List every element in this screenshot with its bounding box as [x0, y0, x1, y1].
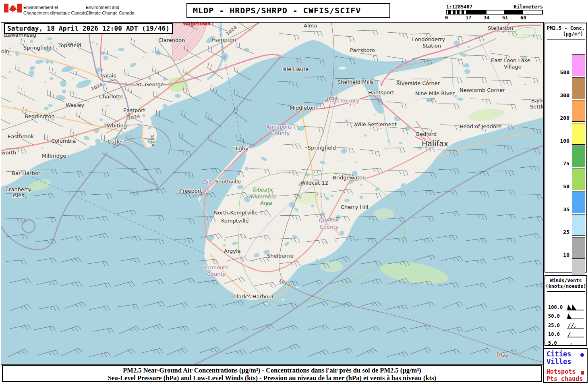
- map-label: Newcomb Corner: [460, 87, 505, 93]
- pm25-swatch-100: [572, 123, 585, 145]
- map-label: Cutler: [108, 139, 124, 145]
- map-label: Alma: [304, 23, 317, 29]
- map-label: Isles: [12, 192, 24, 198]
- map-label: Calais: [100, 73, 116, 79]
- map-label: Cherry Hill: [341, 204, 368, 210]
- map-label: Station: [422, 43, 441, 49]
- map-label: County: [271, 130, 290, 136]
- map-label: Hampton: [212, 37, 236, 43]
- pm25-threshold-value: 200: [545, 115, 569, 121]
- scale-ratio: 1:1285407: [446, 4, 472, 10]
- wind-barb-pennant-1-icon: [566, 313, 585, 320]
- isobar-value-label: 1024: [325, 96, 338, 102]
- pm25-swatch-75: [572, 146, 585, 167]
- pm25-threshold-value: 25: [545, 229, 569, 235]
- scale-bar-graphic: [446, 10, 543, 15]
- pm25-swatch-50: [572, 169, 585, 190]
- wind-barb-pennant-2-icon: [566, 304, 585, 311]
- pm25-swatch-35: [572, 192, 585, 213]
- map-label: St. George: [136, 81, 164, 87]
- map-scale-bar: 1:1285407 Kilometers 0 17 34 51 68: [446, 4, 543, 21]
- map-label: Settlem: [530, 104, 543, 110]
- map-label: Nine Mile River: [415, 90, 455, 96]
- wind-speed-value: 100.0: [548, 304, 563, 310]
- map-label: Bridgewater: [333, 175, 365, 181]
- wind-barb-barb-1-icon: [566, 331, 585, 338]
- map-label: Argyle: [224, 248, 241, 254]
- map-label: Queens: [319, 217, 339, 223]
- map-label: Wile Settlement: [355, 121, 397, 127]
- map-label: Hantsport: [368, 90, 394, 96]
- divider: [547, 291, 585, 292]
- agency-name-french: Environnement etChangement climatique Ca…: [23, 4, 87, 16]
- map-label: County: [207, 271, 226, 277]
- map-label: Shelburne: [267, 253, 294, 259]
- map-label: Head of Jeddore: [460, 123, 501, 129]
- product-title: MLDP - HRDPS/SHRPD - CWFIS/SCIFV: [186, 3, 390, 18]
- pm25-threshold-value: 300: [545, 92, 569, 98]
- scale-unit-label: Kilometers: [514, 4, 543, 10]
- map-label: Stellarton: [488, 25, 513, 31]
- pm25-threshold-value: 35: [545, 206, 569, 212]
- map-label: Middleton: [290, 105, 315, 111]
- map-label: County: [320, 224, 339, 230]
- canada-flag-logo: [4, 4, 22, 12]
- map-label: Kemptville: [221, 218, 248, 224]
- forecast-timestamp: Saturday, 18 April 2026 12:00 ADT (19/46…: [4, 23, 173, 34]
- map-label: Southville: [215, 179, 241, 185]
- weather-map: ttawamkeagolnSpringfieldTopsfieldCalaisS…: [1, 22, 544, 365]
- wind-barb-barb-2.5-icon: [566, 323, 585, 329]
- map-label: Charlotte: [99, 94, 123, 100]
- wind-speed-row: 100.0: [545, 304, 586, 311]
- map-label: Bedford: [416, 131, 437, 137]
- hotspots-label-fr: Pts chauds: [547, 375, 583, 383]
- pm25-threshold-value: 100: [545, 138, 569, 144]
- map-label: North Kemptville: [214, 210, 258, 216]
- map-label: Parrsboro: [350, 47, 375, 53]
- map-label: Topsfield: [58, 42, 81, 48]
- map-label: Springfield: [308, 145, 336, 151]
- map-label: Tobeatic: [252, 187, 274, 193]
- pm25-legend-title: PM2.5 - Conc.: [545, 25, 586, 31]
- map-label: Eastport: [123, 107, 145, 113]
- map-label: Cranberry: [5, 186, 31, 192]
- cities-label-fr: Villes: [547, 358, 571, 366]
- city-marker-icon: [580, 353, 584, 357]
- map-label: Milbridge: [42, 153, 66, 159]
- map-label: Clark's Harbour: [233, 293, 274, 300]
- scale-tick-labels: 0 17 34 51 68: [446, 15, 543, 21]
- hotspot-marker-icon: [581, 371, 584, 375]
- hotspots-label-en: Hotspots: [547, 368, 576, 375]
- isobar-value-label: 1024: [149, 134, 156, 147]
- map-label: worth: [1, 150, 16, 156]
- wind-speed-row: 50.0: [545, 313, 586, 320]
- pm25-swatch-300: [572, 77, 585, 99]
- map-label: Whiting: [107, 123, 127, 129]
- restricted-area-label: Gagetown: [183, 23, 211, 27]
- winds-legend-title: Winds/Vents: [545, 278, 586, 283]
- map-label: Dig: [203, 179, 212, 185]
- map-label: Bar Harbor: [12, 170, 41, 176]
- map-label: Barkho: [531, 98, 543, 104]
- map-label: Wilderness: [248, 194, 277, 200]
- map-label: Freeport: [180, 188, 202, 194]
- markers-legend: Cities Villes Hotspots Pts chauds: [543, 348, 588, 383]
- map-caption: PM2.5 Near-Ground Air Concentrations (µg…: [2, 365, 542, 382]
- winds-legend: Winds/Vents (knots/noeuds) 100.050.025.0…: [545, 275, 587, 346]
- pm25-threshold-value: 75: [545, 160, 569, 167]
- map-label: Londonderry: [412, 36, 445, 42]
- pm25-swatch-25: [572, 214, 585, 236]
- wind-speed-row: 25.0: [545, 323, 586, 329]
- map-label: Clarendon: [158, 37, 185, 43]
- winds-legend-units: (knots/noeuds): [545, 283, 586, 289]
- pm25-swatch-10: [572, 237, 585, 259]
- wind-speed-value: 10.0: [548, 331, 560, 337]
- caption-line1: PM2.5 Near-Ground Air Concentrations (µg…: [3, 366, 541, 374]
- pm25-swatch-200: [572, 100, 585, 122]
- map-label: East Loon Lake: [491, 57, 530, 63]
- map-label: Halifax: [422, 139, 448, 148]
- pm25-legend: PM2.5 - Conc. (µg/m³) 500300200100755035…: [545, 23, 587, 273]
- pm25-threshold-value: 10: [545, 252, 569, 258]
- wind-speed-value: 50.0: [548, 313, 560, 319]
- pm25-threshold-value: 50: [545, 183, 569, 189]
